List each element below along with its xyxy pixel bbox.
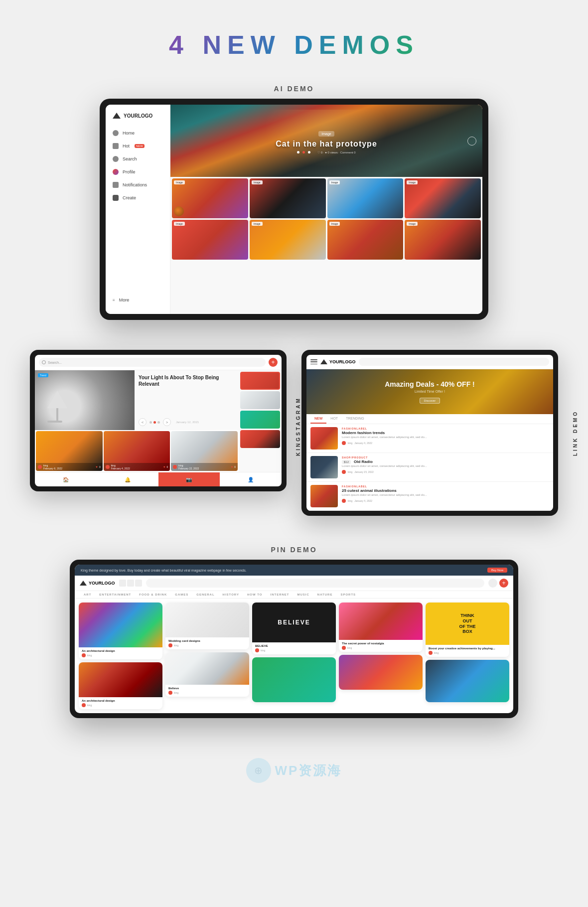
king-nav-profile[interactable]: 👤 bbox=[220, 472, 282, 486]
pin-nav-2[interactable] bbox=[127, 580, 134, 587]
ai-demo-label: AI DEMO bbox=[274, 85, 314, 93]
link-article-1[interactable]: Fashionlabel Modern fashion trends Lorem… bbox=[306, 424, 553, 453]
ai-nav-hot[interactable]: Hot NEW bbox=[106, 140, 170, 152]
menu-icon[interactable] bbox=[310, 359, 317, 364]
link-article-3[interactable]: Fashionlabel 25 cutest animal illustrati… bbox=[306, 482, 553, 511]
pin-banner-button[interactable]: Buy Now bbox=[487, 568, 507, 573]
pin-card-title-7: Believe bbox=[168, 687, 246, 690]
search-icon bbox=[113, 156, 119, 162]
pin-card-7[interactable]: Believe king bbox=[165, 652, 249, 697]
link-demo-label: LINK DEMO bbox=[573, 410, 578, 455]
kingstagram-section: Search... + bbox=[30, 350, 287, 491]
king-hero-meta: < > January 12, 2021 bbox=[139, 418, 235, 426]
pin-card-3[interactable]: BELIEVE BELIEVE king bbox=[252, 603, 336, 654]
king-search-box[interactable]: Search... bbox=[39, 358, 266, 367]
pin-cat-sports[interactable]: SPORTS bbox=[336, 591, 360, 598]
link-discover-button[interactable]: Discover bbox=[420, 398, 440, 404]
pin-topbar: YOURLOGO + bbox=[75, 576, 513, 591]
grid-item-1[interactable]: Image bbox=[172, 178, 248, 218]
pin-card-6[interactable]: An architectural design king bbox=[79, 662, 162, 709]
king-add-button[interactable]: + bbox=[269, 358, 278, 367]
pin-search[interactable] bbox=[146, 579, 484, 588]
king-thumb-2[interactable] bbox=[240, 391, 280, 409]
tab-new[interactable]: NEW bbox=[310, 414, 326, 424]
king-nav-notification[interactable]: 🔔 bbox=[97, 472, 158, 486]
ai-hero-search[interactable] bbox=[467, 137, 476, 146]
article-meta-2: king January 15, 2022 bbox=[342, 470, 549, 474]
pin-banner: King theme designed by love. Buy today a… bbox=[75, 565, 513, 576]
pin-card-img-3: BELIEVE bbox=[252, 603, 336, 642]
pin-demo-section: PIN DEMO King theme designed by love. Bu… bbox=[0, 536, 588, 748]
grid-item-8[interactable]: Image bbox=[405, 220, 481, 260]
pin-card-9[interactable] bbox=[339, 655, 423, 690]
grid-item-2[interactable]: Image bbox=[250, 178, 326, 218]
ai-nav-notifications[interactable]: Notifications bbox=[106, 178, 170, 191]
pin-cat-games[interactable]: GAMES bbox=[171, 591, 192, 598]
pin-card-2[interactable]: Wedding card designs king bbox=[165, 603, 249, 649]
king-post-3[interactable]: king February 22, 2022 ♥ 0 bbox=[171, 431, 238, 471]
link-demo-section: LINK DEMO YOURLOGO bbox=[301, 350, 558, 516]
pin-cat-howto[interactable]: HOW TO bbox=[243, 591, 267, 598]
grid-item-6[interactable]: Image bbox=[250, 220, 326, 260]
king-nav-home[interactable]: 🏠 bbox=[35, 472, 97, 486]
pin-cat-nature[interactable]: NATURE bbox=[313, 591, 337, 598]
grid-item-4[interactable]: Image bbox=[405, 178, 481, 218]
pin-card-10[interactable] bbox=[426, 660, 509, 702]
king-thumb-4[interactable] bbox=[240, 430, 280, 448]
pin-user-icon[interactable] bbox=[488, 579, 497, 588]
pin-cat-history[interactable]: HISTORY bbox=[219, 591, 243, 598]
pin-add-button[interactable]: + bbox=[499, 579, 508, 588]
tab-trending[interactable]: TRENDING bbox=[342, 414, 368, 424]
ai-nav-create[interactable]: Create bbox=[106, 191, 170, 204]
profile-icon bbox=[113, 169, 119, 175]
tab-hot[interactable]: HOT bbox=[326, 414, 342, 424]
article-content-2: shop/product $12 Old Radio Lorem ipsum d… bbox=[342, 456, 549, 474]
pin-cat-food[interactable]: FOOD & DRINK bbox=[135, 591, 171, 598]
ai-nav-home[interactable]: Home bbox=[106, 127, 170, 140]
pin-cat-music[interactable]: MUSIC bbox=[294, 591, 313, 598]
ai-nav-search[interactable]: Search bbox=[106, 152, 170, 165]
ai-demo-section: AI DEMO YOURLOGO Home Hot NEW bbox=[0, 75, 588, 340]
article-desc-2: Lorem ipsum dolor sit amet, consectetur … bbox=[342, 464, 549, 468]
home-icon bbox=[113, 130, 119, 136]
king-nav-camera[interactable]: 📷 bbox=[158, 472, 220, 486]
king-thumb-1[interactable] bbox=[240, 372, 280, 390]
pin-card-4[interactable]: The secret power of nostalgia king bbox=[339, 603, 423, 652]
pin-card-5[interactable]: THINKOUTOF THEBOX Boost your creative ac… bbox=[426, 603, 509, 657]
logo-icon bbox=[320, 359, 327, 364]
pin-card-1[interactable]: An architectural design king bbox=[79, 603, 162, 659]
king-hero-area: Trend Your Light Is About To Stop Being … bbox=[35, 370, 282, 472]
pin-cat-entertainment[interactable]: ENTERTAINMENT bbox=[95, 591, 135, 598]
grid-item-5[interactable]: Image bbox=[172, 220, 248, 260]
ai-nav-more[interactable]: ≡ More bbox=[106, 294, 170, 306]
link-search[interactable] bbox=[359, 358, 549, 366]
link-article-2[interactable]: shop/product $12 Old Radio Lorem ipsum d… bbox=[306, 453, 553, 482]
ai-image-grid: Image Image Image Image Image bbox=[170, 177, 482, 261]
pin-card-img-7 bbox=[165, 652, 249, 685]
pin-nav-3[interactable] bbox=[135, 580, 142, 587]
fire-icon bbox=[113, 143, 119, 149]
pin-cat-internet[interactable]: INTERNET bbox=[267, 591, 294, 598]
king-post-2[interactable]: king February 4, 2022 ♥ 0 bbox=[104, 431, 170, 471]
ai-demo-device: YOURLOGO Home Hot NEW Search Profi bbox=[100, 99, 488, 320]
pin-card-8[interactable] bbox=[252, 657, 336, 702]
link-hero-subtitle: Limited Time Offer ! bbox=[385, 390, 474, 393]
search-placeholder: Search... bbox=[48, 361, 62, 364]
search-icon bbox=[42, 360, 46, 364]
pin-nav-1[interactable] bbox=[119, 580, 126, 587]
pin-categories: ART ENTERTAINMENT FOOD & DRINK GAMES GEN… bbox=[75, 591, 513, 599]
pin-card-title-3: BELIEVE bbox=[255, 644, 333, 647]
grid-item-7[interactable]: Image bbox=[327, 220, 404, 260]
grid-item-3[interactable]: Image bbox=[327, 178, 404, 218]
ai-nav-profile[interactable]: Profile bbox=[106, 165, 170, 178]
king-thumb-3[interactable] bbox=[240, 411, 280, 429]
article-title-3: 25 cutest animal illustrations bbox=[342, 488, 549, 493]
king-post-1[interactable]: king February 6, 2022 ♥ 0 bbox=[36, 431, 103, 471]
ai-logo: YOURLOGO bbox=[106, 113, 170, 127]
pin-card-img-5: THINKOUTOF THEBOX bbox=[426, 603, 509, 645]
pin-masonry: An architectural design king An architec… bbox=[75, 599, 513, 713]
pin-cat-general[interactable]: GENERAL bbox=[192, 591, 218, 598]
pin-screen: King theme designed by love. Buy today a… bbox=[75, 565, 513, 713]
pin-cat-art[interactable]: ART bbox=[80, 591, 95, 598]
pin-card-img-6 bbox=[79, 662, 162, 697]
